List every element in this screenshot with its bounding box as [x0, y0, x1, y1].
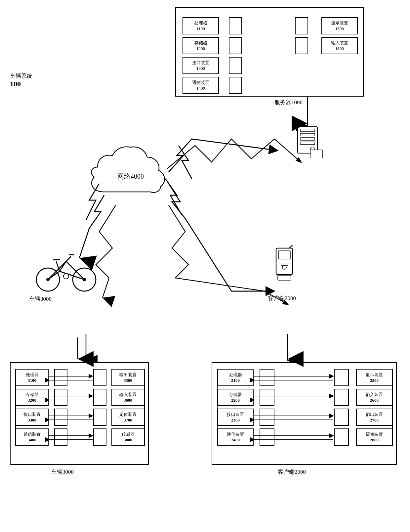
- v-position-box: 定位装置 3700: [111, 409, 144, 426]
- v-processor-box: 处理器 3100: [16, 369, 49, 386]
- svg-rect-17: [300, 142, 315, 145]
- c-interface-box: 接口装置 2300: [217, 409, 254, 426]
- vehicle-bottom-label: 车辆3000: [51, 468, 74, 476]
- c-input-box: 输入装置 2600: [356, 389, 392, 406]
- diagram: 车辆系统 100 处理器 1100 存储器 1200 接口装置 1300 通信装…: [0, 0, 410, 532]
- lightning-cloud-vehicle: [79, 180, 112, 223]
- client-label: 客户端2000: [268, 294, 296, 302]
- svg-rect-14: [300, 129, 315, 132]
- server-processor-box: 处理器 1100: [183, 17, 219, 34]
- svg-rect-16: [300, 138, 315, 140]
- vehicle-system-num: 100: [10, 80, 21, 88]
- svg-rect-15: [300, 133, 315, 136]
- client-bottom-label: 客户端2000: [278, 468, 306, 476]
- v-comm-box: 通信装置 3400: [16, 428, 49, 446]
- svg-text:网络4000: 网络4000: [117, 173, 144, 180]
- lightning-cloud-client: [162, 175, 202, 218]
- c-display-box: 显示装置 2500: [356, 369, 392, 386]
- server-box: 处理器 1100 存储器 1200 接口装置 1300 通信装置 1400 显示…: [175, 7, 364, 97]
- v-storage-box: 存储器 3200: [16, 389, 49, 406]
- c-storage-box: 存储器 2200: [217, 389, 254, 406]
- server-display-box: 显示装置 1500: [321, 17, 358, 34]
- svg-rect-37: [278, 251, 290, 259]
- svg-rect-42: [278, 275, 291, 280]
- lightning-cloud-server: [175, 142, 208, 175]
- v-sensor-box: 传感器 3800: [111, 428, 144, 446]
- client-device: [271, 245, 298, 291]
- server-box-label: 服务器1000: [274, 99, 303, 106]
- v-interface-box: 接口装置 3300: [16, 409, 49, 426]
- server-comm-box: 通信装置 1400: [183, 77, 219, 94]
- vehicle-system-text: 车辆系统: [10, 73, 32, 79]
- v-input-box: 输入装置 3600: [111, 389, 144, 406]
- svg-line-41: [289, 245, 293, 248]
- c-comm-box: 通信装置 2400: [217, 428, 254, 446]
- svg-point-38: [282, 265, 286, 269]
- server-interface-box: 接口装置 1300: [183, 57, 219, 74]
- vehicle-bicycle: [33, 242, 99, 294]
- server-icon: [291, 125, 324, 158]
- server-input-box: 输入装置 1600: [321, 37, 358, 54]
- svg-rect-19: [311, 150, 322, 158]
- svg-point-35: [63, 274, 69, 279]
- server-storage-box: 存储器 1200: [183, 37, 219, 54]
- c-output-box: 输出装置 2700: [356, 409, 392, 426]
- c-processor-box: 处理器 2100: [217, 369, 254, 386]
- c-camera-box: 摄像装置 2800: [356, 428, 392, 446]
- svg-line-31: [66, 256, 71, 261]
- vehicle-bottom-box: 处理器 3100 存储器 3200 接口装置 3300 通信装置 3400 输出…: [10, 362, 149, 465]
- vehicle-label: 车辆3000: [29, 295, 52, 303]
- vehicle-system-label: 车辆系统 100: [10, 72, 32, 88]
- v-output-box: 输出装置 3500: [111, 369, 144, 386]
- client-bottom-box: 处理器 2100 存储器 2200 接口装置 2300 通信装置 2400 显示…: [212, 362, 397, 465]
